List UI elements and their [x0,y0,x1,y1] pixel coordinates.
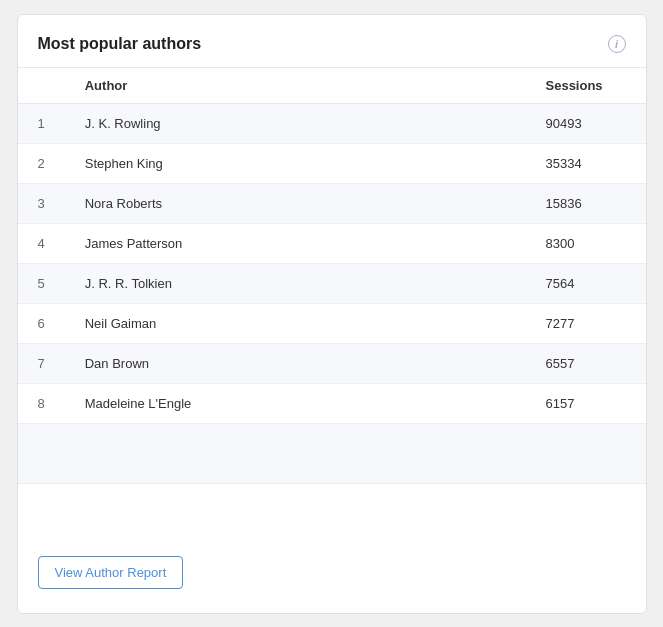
table-row: 3Nora Roberts15836 [18,183,646,223]
author-cell: Dan Brown [65,343,526,383]
author-cell: J. R. R. Tolkien [65,263,526,303]
author-cell: J. K. Rowling [65,103,526,143]
sessions-cell: 6557 [526,343,646,383]
rank-cell: 7 [18,343,65,383]
rank-cell: 3 [18,183,65,223]
author-header: Author [65,67,526,103]
author-cell: Stephen King [65,143,526,183]
sessions-cell: 6157 [526,383,646,423]
rank-cell: 4 [18,223,65,263]
author-cell: Neil Gaiman [65,303,526,343]
author-cell: James Patterson [65,223,526,263]
table-header-row: Author Sessions [18,67,646,103]
most-popular-authors-card: Most popular authors i Author Sessions 1… [17,14,647,614]
card-footer: View Author Report [18,536,646,593]
rank-cell: 5 [18,263,65,303]
author-cell: Nora Roberts [65,183,526,223]
table-row: 7Dan Brown6557 [18,343,646,383]
author-cell: Madeleine L'Engle [65,383,526,423]
info-icon[interactable]: i [608,35,626,53]
rank-header [18,67,65,103]
sessions-header: Sessions [526,67,646,103]
view-author-report-button[interactable]: View Author Report [38,556,184,589]
table-row: 4James Patterson8300 [18,223,646,263]
authors-table: Author Sessions 1J. K. Rowling904932Step… [18,67,646,484]
sessions-cell: 8300 [526,223,646,263]
sessions-cell: 7564 [526,263,646,303]
table-row: 6Neil Gaiman7277 [18,303,646,343]
rank-cell: 2 [18,143,65,183]
card-header: Most popular authors i [18,35,646,67]
sessions-cell: 90493 [526,103,646,143]
table-row: 1J. K. Rowling90493 [18,103,646,143]
table-row: 2Stephen King35334 [18,143,646,183]
rank-cell: 6 [18,303,65,343]
card-title: Most popular authors [38,35,202,53]
rank-cell: 1 [18,103,65,143]
table-row: 5J. R. R. Tolkien7564 [18,263,646,303]
sessions-cell: 35334 [526,143,646,183]
authors-table-wrapper: Author Sessions 1J. K. Rowling904932Step… [18,67,646,536]
sessions-cell: 15836 [526,183,646,223]
rank-cell: 8 [18,383,65,423]
spacer-row [18,423,646,483]
sessions-cell: 7277 [526,303,646,343]
table-row: 8Madeleine L'Engle6157 [18,383,646,423]
